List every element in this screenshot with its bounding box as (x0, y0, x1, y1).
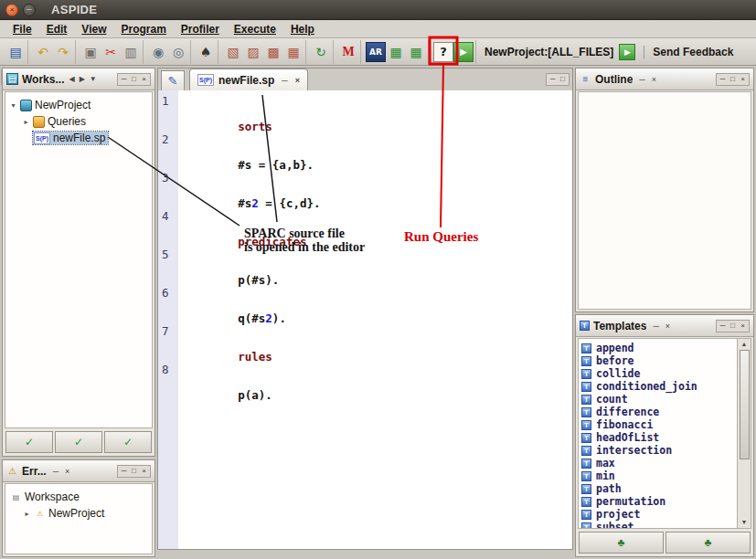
template-item[interactable]: T permutation (581, 495, 735, 508)
template-item[interactable]: T headOfList (581, 431, 735, 444)
templates-action-button-1[interactable]: ♣ (579, 532, 664, 554)
panel-maximize-icon[interactable]: □ (130, 468, 138, 475)
panel-minimize-icon[interactable]: ─ (120, 76, 128, 83)
panel-maximize-icon[interactable]: □ (729, 322, 737, 330)
collapse-toggle-icon[interactable]: ▸ (22, 118, 30, 126)
template-item[interactable]: T min (581, 469, 735, 482)
collapse-toggle-icon[interactable]: ▸ (23, 510, 31, 518)
tab-newfile-sp[interactable]: S(P) newFile.sp ─ × (189, 69, 308, 90)
ar-icon[interactable]: AR (366, 42, 386, 62)
template-item[interactable]: T difference (581, 406, 735, 418)
save-icon[interactable]: ▤ (5, 42, 26, 62)
template-item[interactable]: T intersection (581, 444, 735, 457)
panel-maximize-icon[interactable]: □ (559, 76, 567, 83)
errors-item-label: Workspace (25, 490, 80, 503)
menu-profiler[interactable]: Profiler (174, 22, 227, 37)
cut-icon[interactable]: ✂ (101, 42, 121, 62)
template-item[interactable]: T path (581, 482, 735, 495)
dependency-graph-icon[interactable]: M (338, 42, 358, 62)
project-selector[interactable]: NewProject:[ALL_FILES] (484, 46, 613, 58)
send-feedback-link[interactable]: Send Feedback (644, 46, 733, 58)
workspace-check-button-1[interactable]: ✓ (5, 431, 53, 453)
panel-minimize-icon[interactable]: ─ (719, 76, 727, 83)
copy-icon[interactable]: ▣ (80, 42, 101, 62)
panel-maximize-icon[interactable]: □ (130, 76, 138, 83)
menu-view[interactable]: View (74, 22, 113, 37)
tab-minimize-icon[interactable]: ─ (53, 467, 59, 476)
refresh-icon[interactable]: ↻ (311, 42, 331, 62)
panel-maximize-icon[interactable]: □ (729, 76, 737, 83)
undo-icon[interactable]: ↶ (33, 42, 53, 62)
scrollbar-thumb[interactable] (740, 350, 750, 459)
template-item[interactable]: T count (581, 393, 735, 406)
code-area[interactable]: 1 sorts 2 #s = {a,b}. 3 #s2 = {c,d}. 4 p… (158, 90, 572, 549)
tree-item-queries[interactable]: ▸ Queries (7, 113, 150, 130)
check-errors-icon[interactable]: ▧ (223, 42, 243, 62)
panel-minimize-icon[interactable]: ─ (548, 76, 557, 83)
template-item[interactable]: T collide (581, 367, 735, 380)
panel-minimize-icon[interactable]: ─ (120, 468, 128, 475)
tree-item-newproject[interactable]: ▾ NewProject (7, 97, 150, 113)
scroll-down-icon[interactable]: ▼ (741, 517, 748, 528)
tab-minimize-icon[interactable]: ─ (282, 76, 287, 85)
tab-close-icon[interactable]: × (295, 76, 300, 85)
menu-file[interactable]: File (5, 22, 39, 37)
editor-pencil-tab[interactable]: ✎ (161, 70, 185, 90)
answer-set-table-icon[interactable]: ▦ (386, 42, 406, 62)
template-item[interactable]: T append (581, 342, 735, 354)
tab-minimize-icon[interactable]: ─ (639, 75, 644, 84)
templates-action-button-2[interactable]: ♣ (665, 532, 751, 554)
workspace-check-button-3[interactable]: ✓ (104, 431, 152, 453)
template-label: permutation (596, 495, 665, 508)
run-project-button[interactable]: ▶ (619, 44, 635, 60)
template-item[interactable]: T max (581, 457, 735, 469)
toolbar-glyph: M (342, 45, 354, 59)
template-icon: T (581, 522, 591, 530)
menu-edit[interactable]: Edit (39, 22, 75, 37)
panel-next-icon[interactable]: ▶ (80, 75, 85, 83)
menu-help[interactable]: Help (283, 22, 322, 37)
menu-program[interactable]: Program (113, 22, 173, 37)
scroll-up-icon[interactable]: ▲ (741, 339, 748, 350)
panel-close-icon[interactable]: × (140, 468, 148, 475)
panel-close-icon[interactable]: × (739, 322, 747, 330)
window-close-button[interactable]: × (5, 4, 18, 16)
errors-item-newproject[interactable]: ▸ ⚠ NewProject (8, 505, 149, 522)
panel-menu-icon[interactable]: ▼ (90, 75, 97, 83)
templates-scrollbar[interactable]: ▲ ▼ (737, 339, 751, 528)
workspace-check-button-2[interactable]: ✓ (55, 431, 102, 453)
template-label: max (596, 457, 615, 469)
run-program-icon[interactable]: ▶ (453, 42, 474, 62)
panel-close-icon[interactable]: × (140, 76, 148, 83)
menu-execute[interactable]: Execute (227, 22, 283, 37)
tree-item-newfile-sp[interactable]: S(P) newFile.sp (7, 130, 150, 146)
tab-close-icon[interactable]: × (652, 75, 656, 84)
panel-close-icon[interactable]: × (739, 76, 747, 83)
panel-prev-icon[interactable]: ◀ (69, 75, 74, 83)
tab-close-icon[interactable]: × (665, 322, 670, 331)
errors-item-workspace[interactable]: ▤ Workspace (8, 489, 149, 505)
line-number: 7 (158, 325, 178, 364)
template-item[interactable]: T before (581, 354, 735, 367)
expand-toggle-icon[interactable]: ▾ (9, 101, 17, 110)
paste-icon[interactable]: ▥ (121, 42, 141, 62)
selected-tree-item[interactable]: S(P) newFile.sp (33, 132, 108, 144)
tab-close-icon[interactable]: × (65, 467, 69, 476)
split-rule-icon[interactable]: ▩ (263, 42, 283, 62)
template-item[interactable]: T project (581, 508, 735, 521)
window-minimize-button[interactable]: ─ (23, 4, 36, 16)
pencil-icon: ✎ (168, 74, 178, 88)
template-item[interactable]: T fibonacci (581, 418, 735, 431)
quick-fix-icon[interactable]: ▨ (243, 42, 263, 62)
answer-set-grid-icon[interactable]: ▦ (406, 42, 426, 62)
redo-icon[interactable]: ↷ (53, 42, 73, 62)
tab-minimize-icon[interactable]: ─ (653, 322, 658, 331)
find-in-file-icon[interactable]: ◉ (148, 42, 168, 62)
panel-minimize-icon[interactable]: ─ (719, 322, 727, 330)
template-item[interactable]: T subset (581, 521, 735, 529)
magnifier-icon[interactable]: ◎ (168, 42, 188, 62)
ant-run-icon[interactable]: ♠ (196, 42, 216, 62)
template-item[interactable]: T conditioned_join (581, 380, 735, 393)
merge-rule-icon[interactable]: ▦ (283, 42, 303, 62)
run-queries-icon[interactable]: ? (433, 42, 453, 62)
